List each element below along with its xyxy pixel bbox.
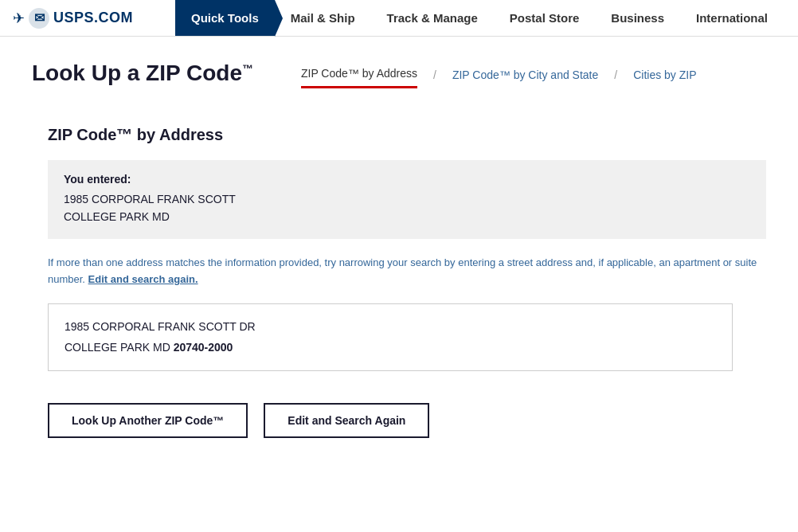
button-row: Look Up Another ZIP Code™ Edit and Searc…: [48, 403, 766, 438]
nav-item-postal-store[interactable]: Postal Store: [494, 0, 596, 36]
result-zipcode: 20740-2000: [174, 341, 233, 354]
result-line1: 1985 CORPORAL FRANK SCOTT DR: [65, 317, 716, 337]
you-entered-box: You entered: 1985 CORPORAL FRANK SCOTT C…: [48, 160, 766, 239]
nav-item-international[interactable]: International: [680, 0, 784, 36]
header: ✈ ✉ USPS.COM Quick Tools Mail & Ship Tra…: [0, 0, 798, 37]
result-address: 1985 CORPORAL FRANK SCOTT DR COLLEGE PAR…: [65, 317, 716, 357]
tab-zip-by-city[interactable]: ZIP Code™ by City and State: [452, 68, 598, 88]
nav-item-mail-ship[interactable]: Mail & Ship: [275, 0, 371, 36]
you-entered-label: You entered:: [64, 173, 750, 186]
you-entered-address: 1985 CORPORAL FRANK SCOTT COLLEGE PARK M…: [64, 190, 750, 226]
result-line2: COLLEGE PARK MD 20740-2000: [65, 338, 716, 358]
edit-search-link[interactable]: Edit and search again.: [88, 273, 198, 285]
usps-eagle-svg: ✉: [28, 7, 50, 29]
lookup-another-button[interactable]: Look Up Another ZIP Code™: [48, 403, 248, 438]
edit-search-button[interactable]: Edit and Search Again: [264, 403, 429, 438]
eagle-icon: ✈: [13, 10, 25, 27]
usps-logo-text: USPS.COM: [53, 10, 133, 26]
you-entered-line1: 1985 CORPORAL FRANK SCOTT: [64, 190, 750, 208]
nav-item-business[interactable]: Business: [595, 0, 680, 36]
tab-cities-by-zip[interactable]: Cities by ZIP: [633, 68, 696, 88]
result-box: 1985 CORPORAL FRANK SCOTT DR COLLEGE PAR…: [48, 303, 733, 370]
nav-item-quick-tools[interactable]: Quick Tools: [175, 0, 275, 36]
you-entered-line2: COLLEGE PARK MD: [64, 208, 750, 225]
info-text: If more than one address matches the inf…: [48, 255, 765, 288]
tabs-container: ZIP Code™ by Address / ZIP Code™ by City…: [301, 61, 766, 88]
usps-logo: ✈ ✉ USPS.COM: [13, 7, 133, 29]
tab-separator-2: /: [614, 68, 617, 88]
logo-area: ✈ ✉ USPS.COM: [0, 0, 175, 36]
section-heading: ZIP Code™ by Address: [32, 126, 766, 144]
tab-separator-1: /: [433, 68, 436, 88]
page-content: Look Up a ZIP Code™ ZIP Code™ by Address…: [0, 37, 798, 462]
page-title: Look Up a ZIP Code™: [32, 61, 253, 86]
nav-item-track-manage[interactable]: Track & Manage: [371, 0, 494, 36]
svg-text:✉: ✉: [34, 11, 45, 25]
tab-zip-by-address[interactable]: ZIP Code™ by Address: [301, 67, 417, 88]
nav-bar: Quick Tools Mail & Ship Track & Manage P…: [175, 0, 798, 36]
title-tabs-row: Look Up a ZIP Code™ ZIP Code™ by Address…: [32, 61, 766, 102]
